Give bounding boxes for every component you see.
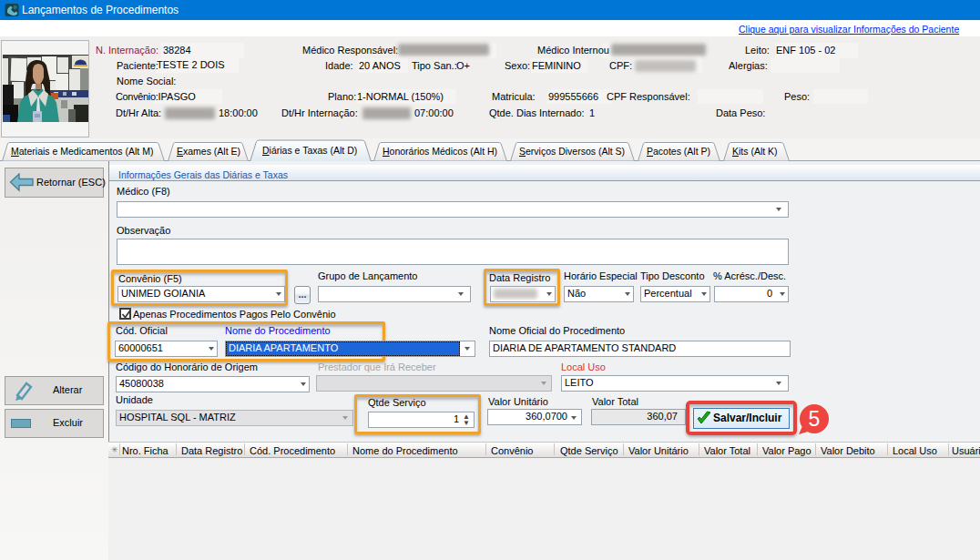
svg-text:5: 5 (809, 407, 821, 431)
